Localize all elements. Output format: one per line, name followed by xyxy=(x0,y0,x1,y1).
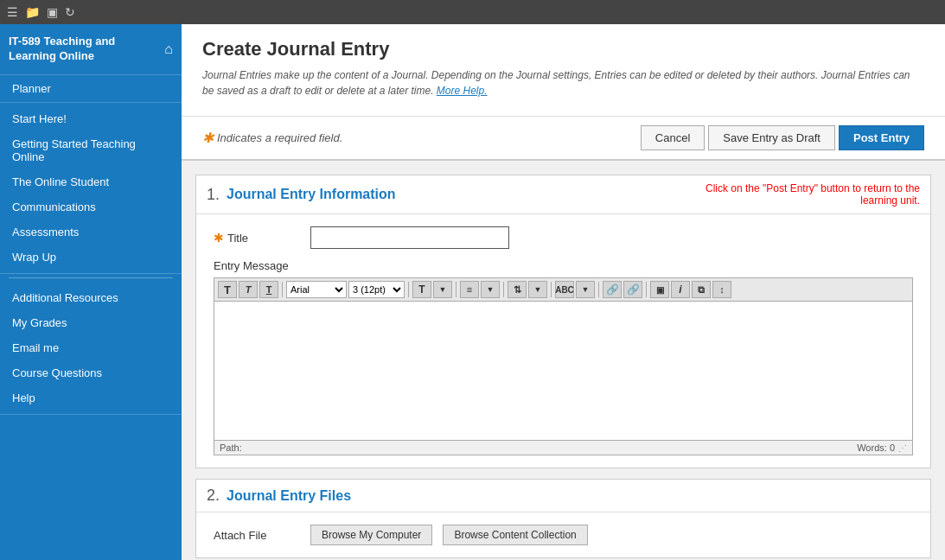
section1-title: Journal Entry Information xyxy=(227,187,396,202)
browse-collection-button[interactable]: Browse Content Collection xyxy=(443,525,587,545)
title-label: ✱ Title xyxy=(214,231,300,245)
rte-dropdown-btn1[interactable]: ▼ xyxy=(433,281,452,298)
rte-font-size[interactable]: 3 (12pt) 1 (8pt) 2 (10pt) 4 (14pt) 5 (18… xyxy=(348,281,405,298)
rte-sep5 xyxy=(551,282,552,297)
planner-label: Planner xyxy=(12,82,51,95)
rte-text-color[interactable]: T xyxy=(412,281,431,298)
section1-header: 1. Journal Entry Information Click on th… xyxy=(196,175,930,214)
title-row: ✱ Title xyxy=(214,226,913,249)
rte-line-spacing[interactable]: ⇅ xyxy=(508,281,527,298)
rte-link[interactable]: 🔗 xyxy=(603,281,622,298)
nav-section: Start Here! Getting Started Teaching Onl… xyxy=(0,103,182,274)
required-note: ✱ Indicates a required field. xyxy=(202,130,342,146)
top-toolbar: ☰ 📁 ▣ ↻ xyxy=(0,0,945,24)
sidebar-item-planner[interactable]: Planner xyxy=(0,75,182,103)
rte-path-label: Path: xyxy=(220,442,242,453)
more-help-link[interactable]: More Help. xyxy=(437,85,488,97)
rte-sep1 xyxy=(282,282,283,297)
rte-sep7 xyxy=(646,282,647,297)
rte-sep4 xyxy=(503,282,504,297)
rte-underline-t3[interactable]: T xyxy=(259,281,278,298)
rich-text-editor[interactable]: T T T Arial Times New Roman Courier New … xyxy=(214,277,913,455)
section1-body: ✱ Title Entry Message T T T xyxy=(196,214,930,468)
refresh-icon[interactable]: ↻ xyxy=(65,5,75,19)
sidebar-divider xyxy=(9,277,173,278)
sidebar-item-online-student[interactable]: The Online Student xyxy=(0,169,182,194)
entry-message-label: Entry Message xyxy=(214,259,913,272)
sidebar-item-start-here[interactable]: Start Here! xyxy=(0,106,182,131)
post-entry-button[interactable]: Post Entry xyxy=(839,125,924,150)
journal-files-section: 2. Journal Entry Files Attach File Brows… xyxy=(195,479,931,558)
section2-title: Journal Entry Files xyxy=(227,488,351,504)
rte-sep3 xyxy=(456,282,457,297)
attach-file-label: Attach File xyxy=(214,529,300,542)
section2-number: 2. xyxy=(207,487,220,505)
journal-entry-section: 1. Journal Entry Information Click on th… xyxy=(195,175,931,468)
content-area: Create Journal Entry Journal Entries mak… xyxy=(182,24,945,560)
section2-body: Attach File Browse My Computer Browse Co… xyxy=(196,512,930,557)
sidebar: IT-589 Teaching and Learning Online ⌂ Pl… xyxy=(0,24,182,560)
attach-file-row: Attach File Browse My Computer Browse Co… xyxy=(214,525,913,545)
entry-message-label-row: Entry Message xyxy=(214,259,913,272)
rte-italic-t2[interactable]: T xyxy=(239,281,258,298)
rte-bold-t1[interactable]: T xyxy=(218,281,237,298)
rte-words-count: Words: 0 xyxy=(857,442,895,453)
action-bar: ✱ Indicates a required field. Cancel Sav… xyxy=(182,117,945,161)
home-icon[interactable]: ⌂ xyxy=(164,41,173,57)
cancel-button[interactable]: Cancel xyxy=(641,125,705,150)
title-required-star: ✱ xyxy=(214,231,224,245)
page-header: Create Journal Entry Journal Entries mak… xyxy=(182,24,945,117)
list-icon[interactable]: ☰ xyxy=(7,5,18,19)
sidebar-item-course-questions[interactable]: Course Questions xyxy=(0,360,182,385)
rte-resize-handle[interactable]: ⋰ xyxy=(898,443,907,452)
sidebar-item-wrap-up[interactable]: Wrap Up xyxy=(0,245,182,270)
image-icon[interactable]: ▣ xyxy=(47,5,58,19)
sidebar-item-help[interactable]: Help xyxy=(0,385,182,410)
rte-dropdown-btn4[interactable]: ▼ xyxy=(576,281,595,298)
rte-sep2 xyxy=(408,282,409,297)
rte-spellcheck[interactable]: ABC xyxy=(555,281,574,298)
required-star-icon: ✱ xyxy=(202,130,214,146)
section1-hint: Click on the "Post Entry" button to retu… xyxy=(678,182,920,207)
sidebar-item-assessments[interactable]: Assessments xyxy=(0,220,182,245)
rte-unlink[interactable]: 🔗 xyxy=(623,281,642,298)
title-input[interactable] xyxy=(310,226,509,249)
page-title: Create Journal Entry xyxy=(202,38,924,60)
sidebar-item-my-grades[interactable]: My Grades xyxy=(0,310,182,335)
action-buttons: Cancel Save Entry as Draft Post Entry xyxy=(641,125,924,150)
rte-toolbar: T T T Arial Times New Roman Courier New … xyxy=(214,278,912,302)
course-title: IT-589 Teaching and Learning Online xyxy=(9,35,164,64)
section2-header: 2. Journal Entry Files xyxy=(196,480,930,512)
rte-font-family[interactable]: Arial Times New Roman Courier New xyxy=(286,281,347,298)
browse-computer-button[interactable]: Browse My Computer xyxy=(310,525,432,545)
save-draft-button[interactable]: Save Entry as Draft xyxy=(708,125,835,150)
sidebar-item-getting-started[interactable]: Getting Started Teaching Online xyxy=(0,131,182,169)
rte-sep6 xyxy=(598,282,599,297)
section1-number: 1. xyxy=(207,186,220,204)
rte-preview[interactable]: ▣ xyxy=(650,281,669,298)
sidebar-item-email-me[interactable]: Email me xyxy=(0,335,182,360)
rte-info[interactable]: i xyxy=(671,281,690,298)
page-description: Journal Entries make up the content of a… xyxy=(202,67,924,99)
rte-footer: Path: Words: 0 ⋰ xyxy=(214,440,912,455)
rte-fullscreen[interactable]: ⧉ xyxy=(692,281,711,298)
rte-dropdown-btn2[interactable]: ▼ xyxy=(481,281,500,298)
folder-icon[interactable]: 📁 xyxy=(25,5,40,19)
sidebar-item-communications[interactable]: Communications xyxy=(0,194,182,220)
sidebar-item-additional-resources[interactable]: Additional Resources xyxy=(0,285,182,310)
resources-section: Additional Resources My Grades Email me … xyxy=(0,282,182,415)
rte-list-bullet[interactable]: ≡ xyxy=(460,281,479,298)
sidebar-header: IT-589 Teaching and Learning Online ⌂ xyxy=(0,24,182,75)
rte-expand[interactable]: ↕ xyxy=(712,281,731,298)
rte-body[interactable] xyxy=(214,302,912,440)
main-layout: IT-589 Teaching and Learning Online ⌂ Pl… xyxy=(0,24,945,560)
rte-dropdown-btn3[interactable]: ▼ xyxy=(528,281,547,298)
